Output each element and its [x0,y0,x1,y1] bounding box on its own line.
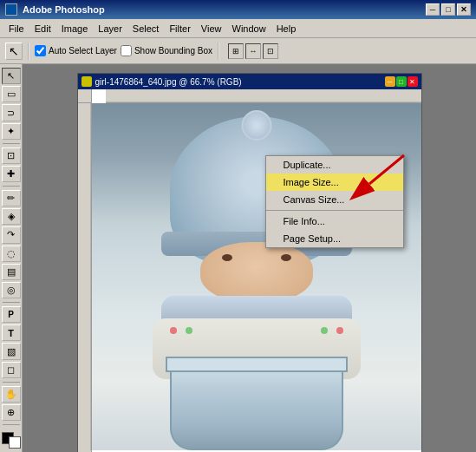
menu-image[interactable]: Image [56,22,94,36]
doc-title-btns: ─ □ ✕ [385,76,418,87]
doc-icon [82,76,92,87]
app-title: Adobe Photoshop [23,4,105,15]
ctx-duplicate[interactable]: Duplicate... [266,156,403,174]
ctx-page-setup[interactable]: Page Setup... [266,230,403,247]
canvas-image: Duplicate... Image Size... Canvas Size..… [92,103,421,450]
menu-edit[interactable]: Edit [29,22,56,36]
ctx-file-info[interactable]: File Info... [266,213,403,230]
tool-healing[interactable]: ✚ [2,166,21,182]
menu-bar: File Edit Image Layer Select Filter View… [0,19,476,38]
bounding-box-label: Show Bounding Box [121,45,212,56]
mitten-dot-2 [186,327,192,334]
minimize-button[interactable]: ─ [426,3,440,16]
menu-help[interactable]: Help [271,22,302,36]
option-3[interactable]: ⊡ [263,43,278,59]
auto-select-label: Auto Select Layer [35,45,117,56]
bounding-box-checkbox[interactable] [121,45,132,56]
mitten-dot-3 [321,327,328,334]
mitten-dot-1 [170,327,177,334]
eyes-area [222,252,291,263]
right-eye [281,254,291,261]
tool-zoom[interactable]: ⊕ [2,404,21,421]
auto-select-text: Auto Select Layer [49,46,117,56]
main-area: ↖ ▭ ⊃ ✦ ⊡ ✚ ✏ ◈ ↷ ◌ ▤ ◎ P T ▧ ◻ ✋ ⊕ [0,64,476,452]
title-bar: Adobe Photoshop ─ □ ✕ [0,0,476,19]
app-icon [5,3,17,16]
tool-gradient[interactable]: ▤ [2,264,21,280]
move-tool-btn[interactable]: ↖ [5,43,23,60]
face [200,242,313,303]
hat-pompom [241,110,271,141]
tool-separator-1 [3,143,20,144]
auto-select-checkbox[interactable] [35,45,46,56]
doc-body: Duplicate... Image Size... Canvas Size..… [78,103,421,452]
doc-max-btn[interactable]: □ [396,76,407,87]
left-eye [222,254,232,261]
jar [170,364,343,450]
tool-magic-wand[interactable]: ✦ [2,123,21,140]
mitten-dot-4 [336,327,343,334]
tool-dodge[interactable]: ◎ [2,282,21,298]
tool-separator-2 [3,186,20,187]
background-color[interactable] [9,436,21,449]
maximize-button[interactable]: □ [441,3,455,16]
color-swatches [2,432,21,449]
tool-brush[interactable]: ✏ [2,190,21,206]
bounding-box-text: Show Bounding Box [134,46,212,56]
tool-separator-4 [3,382,20,383]
menu-view[interactable]: View [196,22,227,36]
tool-separator-3 [3,302,20,303]
jar-lid [166,357,348,372]
menu-select[interactable]: Select [127,22,165,36]
tool-type[interactable]: T [2,324,21,341]
ruler-left [78,103,92,452]
canvas-container[interactable]: Duplicate... Image Size... Canvas Size..… [92,103,421,452]
tool-shape[interactable]: ◻ [2,362,21,378]
tool-separator-5 [3,424,20,425]
ctx-image-size[interactable]: Image Size... [266,174,403,191]
option-2[interactable]: ↔ [245,43,261,59]
menu-file[interactable]: File [3,22,29,36]
doc-close-btn[interactable]: ✕ [408,76,418,87]
doc-title-bar: girl-1476864_640.jpg @ 66.7% (RGB) ─ □ ✕ [78,74,421,89]
ruler-top [106,89,421,103]
tool-hand[interactable]: ✋ [2,386,21,403]
menu-filter[interactable]: Filter [164,22,195,36]
tool-lasso[interactable]: ⊃ [2,104,21,121]
ruler-corner [78,89,92,103]
doc-title: girl-1476864_640.jpg @ 66.7% (RGB) [95,77,242,87]
ctx-separator [266,210,403,211]
tool-pen[interactable]: P [2,306,21,323]
canvas-area: girl-1476864_640.jpg @ 66.7% (RGB) ─ □ ✕ [23,64,476,452]
context-menu: Duplicate... Image Size... Canvas Size..… [265,155,404,248]
tool-stamp[interactable]: ◈ [2,208,21,225]
toolbar-options: ⊞ ↔ ⊡ [228,43,278,59]
option-1[interactable]: ⊞ [228,43,244,59]
ctx-canvas-size[interactable]: Canvas Size... [266,191,403,208]
tool-path[interactable]: ▧ [2,343,21,359]
toolbox: ↖ ▭ ⊃ ✦ ⊡ ✚ ✏ ◈ ↷ ◌ ▤ ◎ P T ▧ ◻ ✋ ⊕ [0,64,23,452]
title-bar-buttons: ─ □ ✕ [426,3,471,16]
tool-marquee[interactable]: ▭ [2,86,21,102]
tool-history[interactable]: ↷ [2,226,21,243]
doc-min-btn[interactable]: ─ [385,76,395,87]
tool-eraser[interactable]: ◌ [2,246,21,262]
menu-window[interactable]: Window [227,22,271,36]
toolbar: ↖ Auto Select Layer Show Bounding Box ⊞ … [0,38,476,64]
tool-crop[interactable]: ⊡ [2,147,21,164]
close-button[interactable]: ✕ [457,3,471,16]
tool-move[interactable]: ↖ [2,68,21,84]
menu-layer[interactable]: Layer [93,22,127,36]
toolbar-separator-1 [28,43,29,60]
document-window: girl-1476864_640.jpg @ 66.7% (RGB) ─ □ ✕ [77,73,422,452]
toolbar-separator-2 [218,43,219,60]
ruler-row [78,89,421,103]
